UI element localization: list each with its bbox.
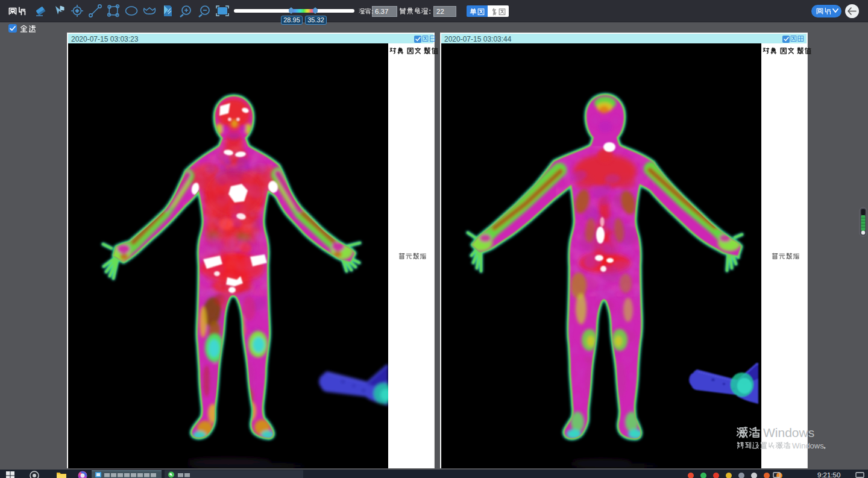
svg-text:Windows: Windows [792, 441, 824, 450]
svg-text:9:21:50: 9:21:50 [817, 471, 840, 478]
svg-text:Windows: Windows [763, 426, 814, 439]
